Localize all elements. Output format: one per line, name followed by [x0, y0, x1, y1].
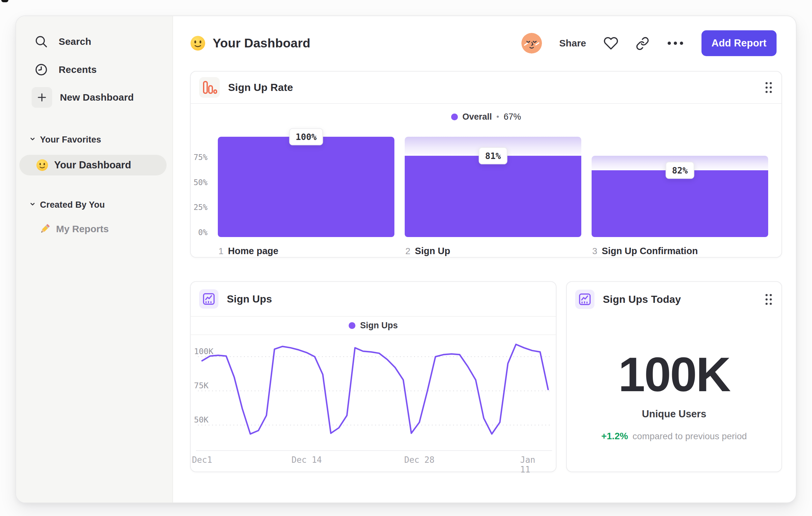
card-title: Sign Ups [227, 293, 272, 305]
funnel-chart-icon [199, 77, 220, 98]
more-options-icon[interactable] [667, 40, 684, 46]
funnel-value-label: 100% [289, 128, 323, 145]
delta-row: +1.2% compared to previous period [567, 431, 781, 441]
delta-value: +1.2% [601, 431, 628, 441]
sidebar-item-my-reports[interactable]: My Reports [39, 219, 109, 239]
chevron-down-icon [29, 200, 36, 209]
funnel-y-tick: 50% [191, 178, 207, 187]
sign-ups-series-line[interactable] [202, 345, 548, 434]
sidebar-item-recents[interactable]: Recents [34, 59, 97, 80]
add-report-button[interactable]: Add Report [701, 30, 777, 56]
section-label: Created By You [40, 200, 105, 210]
card-sign-ups: Sign Ups Sign Ups 100K75K50KDec1Dec 14De… [190, 281, 556, 472]
card-header: Sign Ups [191, 282, 556, 317]
favorite-heart-icon[interactable] [604, 36, 618, 51]
search-icon [34, 34, 48, 49]
chevron-down-icon [29, 135, 36, 144]
clock-icon [34, 62, 48, 77]
page-title-wrap: Your Dashboard [190, 35, 310, 51]
big-number-value: 100K [567, 350, 781, 399]
funnel-value-label: 81% [479, 147, 508, 164]
funnel-y-tick: 75% [191, 153, 207, 162]
funnel-category-label: 3Sign Up Confirmation [592, 246, 698, 256]
funnel-category-label: 2Sign Up [405, 246, 450, 256]
copy-link-icon[interactable] [636, 36, 649, 50]
page-header: Your Dashboard Share [190, 29, 777, 57]
plus-icon [32, 87, 52, 108]
sidebar-item-label: Recents [59, 64, 97, 75]
funnel-legend[interactable]: Overall • 67% [191, 104, 781, 130]
card-title: Sign Up Rate [228, 82, 293, 93]
header-actions: Share Add Report [521, 30, 777, 56]
line-x-tick: Dec1 [192, 455, 212, 465]
legend-value: 67% [504, 112, 521, 122]
drag-handle-icon[interactable] [764, 81, 773, 94]
funnel-step-name: Home page [228, 246, 279, 256]
card-sign-up-rate: Sign Up Rate Overall • 67% 75%50%25%0% 1… [190, 71, 782, 258]
card-header: Sign Ups Today [567, 282, 781, 317]
screen: Search Recents New Dashboard [0, 0, 812, 516]
delta-note: compared to previous period [633, 431, 747, 441]
line-x-tick: Jan 11 [520, 455, 544, 474]
sidebar-section-your-favorites[interactable]: Your Favorites [29, 134, 101, 145]
legend-dot [349, 322, 355, 329]
sidebar-item-your-dashboard[interactable]: Your Dashboard [19, 155, 167, 175]
drag-handle-icon[interactable] [764, 293, 773, 306]
sidebar-section-created-by-you[interactable]: Created By You [29, 199, 105, 210]
funnel-step-number: 2 [405, 246, 410, 256]
window-corner-artifact [1, 0, 8, 2]
line-x-tick: Dec 28 [404, 455, 434, 465]
smiley-emoji [36, 159, 48, 171]
card-header: Sign Up Rate [191, 72, 781, 104]
funnel-plot: 100%81%82% [218, 137, 768, 237]
page-title: Your Dashboard [213, 36, 310, 50]
line-legend[interactable]: Sign Ups [191, 317, 556, 335]
sidebar-item-new-dashboard[interactable]: New Dashboard [32, 87, 134, 108]
sidebar: Search Recents New Dashboard [16, 16, 173, 503]
app-window: Search Recents New Dashboard [16, 16, 796, 503]
funnel-step-name: Sign Up [415, 246, 451, 256]
share-button[interactable]: Share [559, 38, 586, 49]
pencil-emoji [39, 223, 51, 235]
smiley-emoji [190, 35, 206, 51]
avatar[interactable] [521, 33, 542, 54]
legend-series-label: Sign Ups [360, 321, 398, 331]
funnel-converted-area [591, 170, 768, 237]
sidebar-item-label: My Reports [56, 223, 109, 235]
legend-separator: • [497, 112, 499, 121]
sidebar-item-search[interactable]: Search [34, 31, 91, 52]
legend-dot [451, 113, 458, 120]
line-chart-icon [575, 290, 594, 309]
funnel-value-label: 82% [666, 162, 694, 179]
line-y-tick: 75K [194, 381, 208, 390]
section-label: Your Favorites [40, 135, 101, 145]
sidebar-item-label: Your Dashboard [54, 159, 131, 171]
funnel-converted-area [405, 156, 581, 237]
funnel-step-number: 1 [219, 246, 224, 256]
funnel-step-name: Sign Up Confirmation [602, 246, 698, 256]
card-sign-ups-today: Sign Ups Today 100K Unique Users +1.2% c… [566, 281, 782, 472]
sidebar-item-label: Search [59, 36, 91, 47]
line-y-tick: 100K [194, 347, 213, 356]
funnel-y-tick: 25% [191, 203, 207, 212]
line-chart-icon [199, 289, 219, 309]
funnel-step-number: 3 [592, 246, 598, 256]
sidebar-item-label: New Dashboard [60, 92, 134, 103]
big-number-label: Unique Users [567, 408, 781, 420]
line-y-tick: 50K [194, 415, 208, 425]
funnel-bar-1[interactable] [218, 137, 395, 237]
line-x-tick: Dec 14 [292, 455, 322, 465]
funnel-category-label: 1Home page [219, 246, 279, 256]
funnel-y-tick: 0% [191, 228, 207, 237]
card-title: Sign Ups Today [603, 294, 681, 305]
funnel-converted-area [218, 137, 395, 237]
signups-line-svg [191, 334, 557, 451]
legend-series-label: Overall [462, 112, 492, 122]
